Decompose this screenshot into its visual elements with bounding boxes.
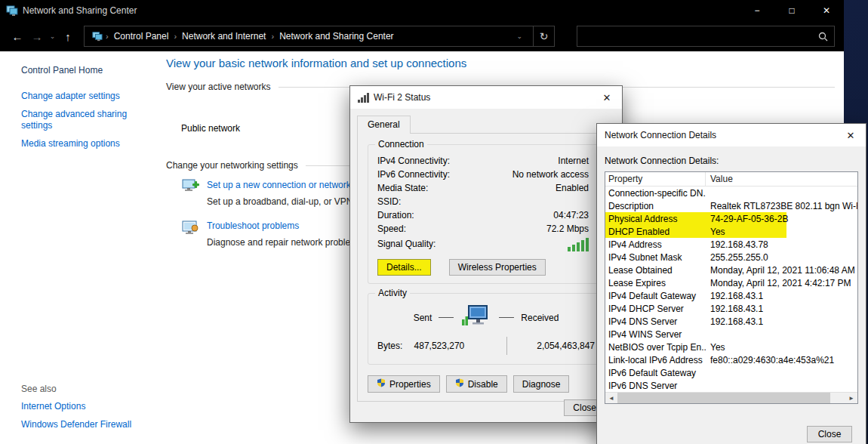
details-list-label: Network Connection Details:: [605, 156, 858, 166]
details-row[interactable]: DHCP EnabledYes: [605, 225, 857, 238]
status-field-row: IPv6 Connectivity:No network access: [377, 168, 595, 181]
sidebar-item-control-panel-home[interactable]: Control Panel Home: [21, 65, 103, 76]
networking-settings-label: Change your networking settings: [166, 160, 298, 171]
received-line: [499, 317, 514, 318]
wireless-properties-button[interactable]: Wireless Properties: [449, 259, 546, 276]
status-field-row: IPv4 Connectivity:Internet: [377, 154, 595, 168]
search-input[interactable]: [583, 31, 818, 42]
status-field-label: IPv4 Connectivity:: [377, 156, 450, 166]
window-title: Network and Sharing Center: [23, 5, 137, 16]
details-button[interactable]: Details...: [377, 259, 431, 276]
address-dropdown-chevron-icon[interactable]: ⌄: [510, 32, 528, 40]
bytes-sent-value: 487,523,270: [411, 341, 465, 351]
details-close-button[interactable]: Close: [807, 426, 852, 442]
page-title: View your basic network information and …: [166, 57, 466, 69]
details-row[interactable]: Lease ExpiresMonday, April 12, 2021 4:42…: [605, 276, 857, 289]
see-also-link[interactable]: Internet Options: [21, 401, 149, 412]
setup-connection-description: Set up a broadband, dial-up, or VPN: [207, 196, 352, 207]
status-field-label: Media State:: [377, 183, 428, 193]
details-row[interactable]: IPv4 Address192.168.43.78: [605, 238, 857, 251]
details-property-cell: IPv6 DNS Server: [605, 381, 706, 391]
sidebar-link[interactable]: Change advanced sharing settings: [21, 109, 140, 131]
details-property-cell: IPv6 Default Gateway: [605, 368, 706, 378]
breadcrumb-item[interactable]: Control Panel: [109, 31, 174, 42]
details-row[interactable]: IPv4 Default Gateway192.168.43.1: [605, 289, 857, 302]
wifi-status-titlebar: Wi-Fi 2 Status ✕: [350, 86, 622, 109]
details-row[interactable]: Lease ObtainedMonday, April 12, 2021 11:…: [605, 264, 857, 276]
details-row[interactable]: DescriptionRealtek RTL8723BE 802.11 bgn …: [605, 199, 857, 212]
troubleshoot-link[interactable]: Troubleshoot problems: [207, 220, 299, 231]
bytes-divider: [506, 337, 507, 355]
recent-pages-chevron-icon[interactable]: ⌄: [47, 26, 58, 46]
sidebar-link[interactable]: Media streaming options: [21, 138, 140, 150]
details-value-cell: Monday, April 12, 2021 11:06:48 AM: [706, 265, 857, 276]
refresh-button[interactable]: ↻: [534, 26, 555, 47]
property-column-header[interactable]: Property: [605, 172, 706, 187]
value-column-header[interactable]: Value: [706, 174, 733, 184]
details-close-icon[interactable]: ✕: [840, 124, 861, 146]
details-row[interactable]: IPv4 Subnet Mask255.255.255.0: [605, 251, 857, 264]
horizontal-scrollbar[interactable]: ◄ ►: [605, 392, 857, 403]
maximize-button[interactable]: □: [774, 0, 809, 21]
details-value-cell: Realtek RTL8723BE 802.11 bgn Wi-Fi A: [706, 201, 857, 211]
details-value-cell: Yes: [706, 342, 857, 353]
tab-general[interactable]: General: [357, 116, 411, 134]
status-field-row: SSID:: [377, 195, 595, 208]
search-box[interactable]: [577, 26, 835, 47]
close-button[interactable]: ✕: [809, 0, 844, 21]
properties-button[interactable]: Properties: [368, 375, 440, 393]
details-row[interactable]: IPv4 DNS Server192.168.43.1: [605, 315, 857, 328]
sent-label: Sent: [414, 313, 432, 323]
bytes-received-value: 2,054,463,847: [534, 341, 595, 351]
connection-buttons: Details... Wireless Properties: [377, 259, 595, 276]
details-row[interactable]: IPv4 DHCP Server192.168.43.1: [605, 302, 857, 315]
network-details-dialog: Network Connection Details ✕ Network Con…: [596, 123, 866, 444]
details-row[interactable]: IPv6 DNS Server: [605, 379, 857, 392]
breadcrumb-item[interactable]: Network and Sharing Center: [274, 31, 399, 42]
address-bar[interactable]: › Control Panel›Network and Internet›Net…: [84, 26, 534, 47]
sidebar-link[interactable]: Change adapter settings: [21, 91, 140, 102]
details-property-cell: IPv4 Default Gateway: [605, 291, 706, 301]
active-networks-label: View your active networks: [166, 82, 271, 92]
see-also-links: Internet OptionsWindows Defender Firewal…: [21, 401, 149, 437]
activity-direction-row: Sent Received: [377, 304, 595, 331]
breadcrumb-item[interactable]: Network and Internet: [177, 31, 271, 42]
details-row[interactable]: Link-local IPv6 Addressfe80::a029:4630:a…: [605, 353, 857, 366]
status-field-row: Signal Quality:: [377, 236, 595, 252]
status-field-value: Enabled: [556, 183, 595, 193]
back-button[interactable]: ←: [8, 26, 27, 46]
details-row[interactable]: IPv6 Default Gateway: [605, 366, 857, 379]
details-property-cell: Lease Obtained: [605, 265, 706, 276]
wifi-status-close-icon[interactable]: ✕: [596, 86, 617, 109]
sent-line: [439, 317, 454, 318]
wifi-signal-icon: [358, 93, 369, 103]
details-value-cell: 192.168.43.78: [706, 239, 857, 250]
details-row[interactable]: Connection-specific DN...: [605, 187, 857, 199]
details-value-cell: fe80::a029:4630:a4e:453a%21: [706, 355, 857, 365]
details-value-cell: 192.168.43.1: [706, 304, 857, 314]
address-location-icon: [92, 31, 103, 42]
forward-button[interactable]: →: [27, 26, 47, 46]
status-field-label: Speed:: [377, 224, 406, 234]
up-button[interactable]: ↑: [58, 26, 78, 46]
disable-button[interactable]: Disable: [446, 375, 507, 393]
connection-group-label: Connection: [375, 139, 427, 150]
scrollbar-thumb[interactable]: [617, 393, 830, 404]
scroll-right-icon[interactable]: ►: [845, 393, 857, 404]
details-row[interactable]: Physical Address74-29-AF-05-36-2B: [605, 212, 857, 225]
scroll-left-icon[interactable]: ◄: [605, 393, 617, 404]
details-row[interactable]: IPv4 WINS Server: [605, 328, 857, 341]
details-row[interactable]: NetBIOS over Tcpip En...Yes: [605, 341, 857, 353]
network-type-label: Public network: [181, 123, 240, 134]
details-property-cell: Connection-specific DN...: [605, 188, 706, 199]
troubleshoot-icon: [181, 218, 201, 238]
setup-connection-link[interactable]: Set up a new connection or network: [207, 180, 351, 190]
bytes-row: Bytes: 487,523,270 2,054,463,847: [377, 337, 595, 355]
see-also-link[interactable]: Windows Defender Firewall: [21, 419, 149, 430]
status-tabs: General: [350, 109, 622, 133]
details-value-cell: Monday, April 12, 2021 4:42:17 PM: [706, 278, 857, 288]
details-property-cell: IPv4 DNS Server: [605, 316, 706, 327]
details-property-cell: Link-local IPv6 Address: [605, 355, 706, 365]
minimize-button[interactable]: −: [740, 0, 774, 21]
diagnose-button[interactable]: Diagnose: [513, 375, 570, 393]
